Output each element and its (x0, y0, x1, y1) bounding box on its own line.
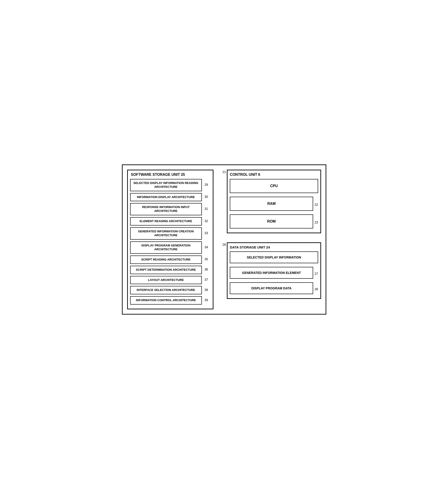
ref-30: 30 (204, 195, 211, 200)
arch-box-11: INFORMATION CONTROL ARCHITECTURE (130, 296, 202, 305)
generated-info-row: GENERATED INFORMATION ELEMENT 27 (230, 267, 318, 280)
ref-33: 33 (204, 231, 211, 236)
arch-row-1: SELECTED DISPLAY INFORMATION READING ARC… (130, 179, 211, 191)
software-storage-unit: SOFTWARE STORAGE UNIT 25 SELECTED DISPLA… (127, 170, 213, 309)
ref-23: 23 (315, 220, 318, 224)
ref-32: 32 (204, 219, 211, 224)
ref-34: 34 (204, 245, 211, 250)
arch-row-11: INFORMATION CONTROL ARCHITECTURE 39 (130, 296, 211, 305)
right-column: 21 CONTROL UNIT 6 CPU RAM 22 (223, 170, 321, 299)
display-program-box: DISPLAY PROGRAM DATA (230, 282, 313, 294)
arch-box-3: RESPONSE INFORMATION INPUT ARCHITECTURE (130, 203, 202, 215)
rom-row: ROM 23 (230, 214, 318, 230)
ref-36: 36 (204, 267, 211, 272)
ref-39: 39 (204, 298, 211, 303)
software-storage-title: SOFTWARE STORAGE UNIT 25 (130, 173, 211, 177)
ref-29: 29 (204, 183, 211, 187)
ref-38: 38 (204, 288, 211, 293)
arch-box-6: DISPLAY PROGRAM GENERATION ARCHITECTURE (130, 241, 202, 254)
arch-row-8: SCRIPT DETERMINATION ARCHITECTURE 36 (130, 266, 211, 274)
generated-info-box: GENERATED INFORMATION ELEMENT (230, 267, 313, 279)
cpu-row: CPU (230, 179, 318, 195)
arch-box-4: ELEMENT READING ARCHITECTURE (130, 217, 202, 226)
ref-26-label: 26 (223, 242, 226, 246)
ref-35: 35 (204, 257, 211, 262)
selected-display-row: SELECTED DISPLAY INFORMATION (230, 251, 318, 265)
data-storage-title: DATA STORAGE UNIT 24 (230, 245, 318, 249)
cpu-box: CPU (230, 179, 318, 193)
layout: SOFTWARE STORAGE UNIT 25 SELECTED DISPLA… (127, 170, 321, 309)
ref-22: 22 (315, 203, 318, 206)
display-program-row: DISPLAY PROGRAM DATA 28 (230, 282, 318, 296)
arch-box-5: GENERATED INFORMATION CREATION ARCHITECT… (130, 227, 202, 240)
ref-31: 31 (204, 207, 211, 212)
arch-row-4: ELEMENT READING ARCHITECTURE 32 (130, 217, 211, 226)
control-unit-title: CONTROL UNIT 6 (230, 173, 318, 177)
arch-box-9: LAYOUT ARCHITECTURE (130, 276, 202, 284)
arch-box-2: INFORMATION DISPLAY ARCHITECTURE (130, 193, 202, 201)
selected-display-box: SELECTED DISPLAY INFORMATION (230, 251, 318, 263)
rom-box: ROM (230, 214, 313, 228)
ref-37: 37 (204, 278, 211, 282)
arch-box-7: SCRIPT READING ARCHITECTURE (130, 255, 202, 264)
arch-row-9: LAYOUT ARCHITECTURE 37 (130, 276, 211, 284)
arch-row-10: INTERFACE SELECTION ARCHITECTURE 38 (130, 286, 211, 294)
data-storage-wrapper: 26 DATA STORAGE UNIT 24 SELECTED DISPLAY… (223, 242, 321, 299)
data-storage-unit: DATA STORAGE UNIT 24 SELECTED DISPLAY IN… (227, 242, 321, 299)
main-diagram: SOFTWARE STORAGE UNIT 25 SELECTED DISPLA… (122, 164, 326, 315)
arch-row-5: GENERATED INFORMATION CREATION ARCHITECT… (130, 227, 211, 240)
arch-row-7: SCRIPT READING ARCHITECTURE 35 (130, 255, 211, 264)
ref-28: 28 (315, 287, 318, 291)
control-unit-wrapper: 21 CONTROL UNIT 6 CPU RAM 22 (223, 170, 321, 238)
ram-box: RAM (230, 197, 313, 211)
ref-27: 27 (315, 272, 318, 275)
arch-box-1: SELECTED DISPLAY INFORMATION READING ARC… (130, 179, 202, 191)
arch-row-6: DISPLAY PROGRAM GENERATION ARCHITECTURE … (130, 241, 211, 254)
arch-row-2: INFORMATION DISPLAY ARCHITECTURE 30 (130, 193, 211, 201)
arch-row-3: RESPONSE INFORMATION INPUT ARCHITECTURE … (130, 203, 211, 215)
control-unit: CONTROL UNIT 6 CPU RAM 22 ROM (227, 170, 321, 233)
arch-box-8: SCRIPT DETERMINATION ARCHITECTURE (130, 266, 202, 274)
ram-row: RAM 22 (230, 197, 318, 213)
ref-21-label: 21 (223, 170, 226, 174)
arch-box-10: INTERFACE SELECTION ARCHITECTURE (130, 286, 202, 294)
